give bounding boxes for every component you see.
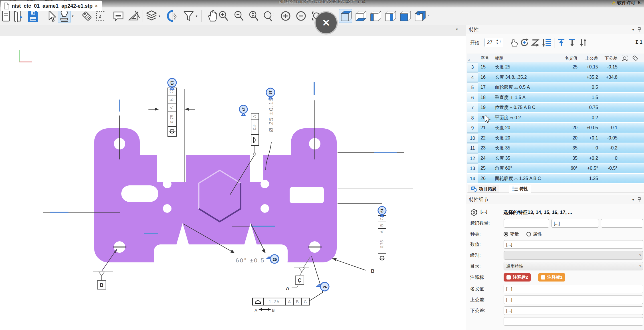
sum-indicator[interactable]: Σ 1 (635, 39, 643, 45)
tag-column-icon[interactable] (632, 55, 639, 61)
annotation-chip-2[interactable]: 注释标2 (504, 273, 531, 282)
radio-variable[interactable] (504, 232, 508, 236)
table-row[interactable]: 14 26 面轮廓度 ⌓ 1.25 A B C 1.25 (467, 174, 644, 184)
balloon-17[interactable]: 17 (239, 105, 247, 116)
row-index[interactable]: 11 (467, 143, 478, 153)
radio-attribute[interactable] (526, 232, 531, 236)
zoom-out-button[interactable] (232, 9, 245, 23)
col-lower[interactable]: 下公差 (598, 54, 617, 62)
filter-button[interactable] (182, 9, 195, 23)
value-input[interactable]: [...] (504, 240, 643, 249)
tag-button[interactable] (80, 9, 94, 23)
datum-b-right[interactable]: B (332, 258, 374, 274)
annotation-chip-1[interactable]: 注释标1 (538, 273, 565, 282)
tab-project-topology[interactable]: 项目拓展 (468, 185, 499, 193)
id-count-input-3[interactable] (601, 219, 643, 228)
save-button[interactable] (26, 9, 39, 23)
row-index[interactable]: 4 (467, 72, 478, 82)
start-spinner[interactable]: 27 ▲▼ ⋮ (484, 38, 503, 47)
row-index[interactable]: 9 (467, 123, 478, 133)
measure-button[interactable] (128, 9, 141, 23)
refresh-selection-icon[interactable] (621, 55, 628, 61)
table-row[interactable]: 12 24 长度 35 35 +0.2 0 (467, 153, 644, 164)
collapse-caret-icon[interactable]: ▼ (631, 25, 635, 34)
tabbar-caret[interactable]: ▾ (456, 27, 458, 31)
pin-icon[interactable] (638, 27, 641, 32)
list-sort-button[interactable] (542, 38, 552, 48)
table-corner-icon[interactable]: ◢ (467, 58, 470, 61)
table-row[interactable]: 13 25 角度 60° 60° +0.5° -0.5° (467, 163, 644, 174)
id-count-input-1[interactable] (504, 219, 549, 228)
open-document-button[interactable] (12, 9, 25, 23)
tab-properties[interactable]: 特性 (509, 185, 531, 193)
section-view-button[interactable] (166, 9, 179, 23)
select-region-button[interactable] (94, 9, 107, 23)
pick-hand-button[interactable] (509, 38, 519, 48)
lower-tol-input[interactable]: [...] (504, 306, 643, 315)
catalog-select[interactable]: 通用特性˅ (504, 262, 643, 270)
pin-icon[interactable] (638, 197, 641, 202)
table-row[interactable]: 8 20 平面度 ⏥ 0.2 0.2 (467, 113, 644, 123)
select-cursor-button[interactable] (45, 9, 58, 23)
table-row[interactable]: 5 17 面轮廓度 ⌓ 0.5 A 0.5 (467, 82, 644, 93)
row-index[interactable]: 13 (467, 163, 478, 173)
model-viewport[interactable]: C B A 0.75 A 0.5 Ø 25 ±0.15 C B (0, 36, 466, 330)
table-row[interactable]: 4 16 长度 34.8...35.2 +35.2 +34.8 (467, 72, 644, 83)
z-order-button[interactable] (531, 38, 541, 48)
license-status[interactable]: ⚠ 软件许可 5. (612, 0, 642, 6)
balloon-26[interactable]: 26 (317, 282, 329, 291)
table-row[interactable]: 10 22 长度 20 20 +0.1 -0.05 (467, 133, 644, 143)
spinner-menu[interactable]: ⋮ (498, 39, 502, 44)
next-input[interactable] (504, 317, 643, 326)
rotate-button[interactable] (520, 38, 530, 48)
row-index[interactable]: 3 (467, 62, 478, 72)
decrease-button[interactable] (294, 9, 308, 23)
view-cube-right-button[interactable] (383, 9, 397, 23)
collapse-caret-icon[interactable]: ▼ (631, 195, 635, 204)
id-count-input-2[interactable]: [...] (551, 219, 599, 228)
layers-dropdown-caret[interactable]: ▾ (159, 14, 160, 18)
stamp-dropdown-caret[interactable]: ▾ (72, 14, 74, 18)
view-cube-left-button[interactable] (369, 9, 382, 23)
table-row[interactable]: 7 19 位置度 ⌖ 0.75 A B C 0.75 (467, 103, 644, 113)
checkbox-icon[interactable] (541, 275, 545, 280)
row-index[interactable]: 7 (467, 103, 478, 112)
stamp-annotation-button[interactable] (58, 9, 71, 23)
row-index[interactable]: 5 (467, 82, 478, 92)
row-index[interactable]: 14 (467, 174, 478, 183)
col-upper[interactable]: 上公差 (578, 54, 598, 62)
filter-dropdown-caret[interactable]: ▾ (196, 14, 197, 18)
col-title[interactable]: 标题 (492, 54, 561, 62)
move-bottom-button[interactable] (567, 38, 578, 48)
nominal-input[interactable]: [...] (504, 285, 643, 293)
tab-close-icon[interactable]: × (95, 3, 98, 9)
col-nominal[interactable]: 名义值 (561, 54, 578, 62)
increase-button[interactable] (279, 9, 292, 23)
view-cube-front-button[interactable] (398, 9, 411, 23)
row-index[interactable]: 8 (467, 113, 478, 123)
row-index[interactable]: 12 (467, 153, 478, 163)
zoom-in-button[interactable] (217, 9, 230, 23)
view-cube-bottom-button[interactable] (354, 9, 367, 23)
level-select[interactable]: ˅ (504, 251, 643, 260)
move-top-button[interactable] (556, 38, 567, 48)
row-index[interactable]: 6 (467, 93, 478, 102)
zoom-fit-button[interactable] (247, 9, 260, 23)
zoom-window-button[interactable] (263, 9, 276, 23)
selection-gesture-icon[interactable] (470, 209, 478, 216)
view-cube-more-caret[interactable]: ‹ (428, 14, 429, 17)
row-index[interactable]: 10 (467, 133, 478, 143)
col-seq[interactable]: 序号 (478, 54, 492, 62)
table-row[interactable]: 11 23 长度 35 35 0 -0.2 (467, 143, 644, 153)
document-tab[interactable]: nist_ctc_01_asme1_ap242-e1.stp × (1, 1, 102, 11)
comment-button[interactable] (112, 9, 125, 23)
upper-tol-input[interactable]: [...] (504, 295, 643, 304)
checkbox-icon[interactable] (506, 275, 511, 280)
table-row[interactable]: 6 18 垂直度 ⊥ 1.5 A 1.5 (467, 93, 644, 103)
new-document-button[interactable] (0, 9, 13, 23)
close-overlay-button[interactable]: ✕ (316, 12, 337, 33)
view-cube-back-button[interactable] (413, 9, 426, 23)
swap-order-button[interactable] (578, 38, 588, 48)
table-row[interactable]: 9 21 长度 20 20 +0.05 -0.1 (467, 123, 644, 133)
table-header-row[interactable]: 序号 标题 名义值 上公差 下公差 (467, 54, 644, 62)
